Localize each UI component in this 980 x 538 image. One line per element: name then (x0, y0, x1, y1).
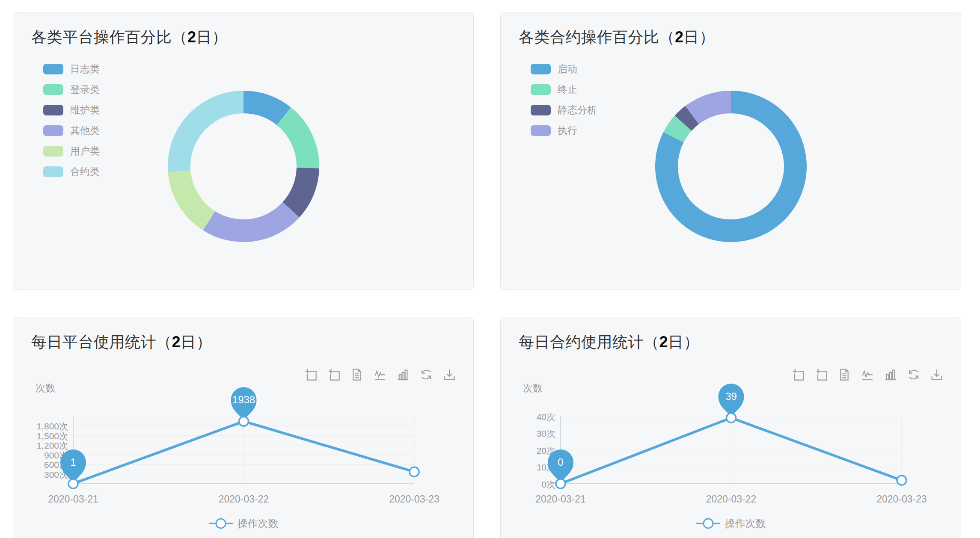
panel-daily-platform-usage: 每日平台使用统计（2日） 次数 300次600次900次1,200次1,500次… (13, 317, 474, 538)
data-point[interactable] (68, 479, 78, 488)
data-point[interactable] (239, 417, 249, 426)
line-series-marker-icon (696, 517, 721, 529)
x-tick-label: 2020-03-22 (706, 494, 757, 505)
data-point[interactable] (410, 467, 419, 476)
mark-pin-value: 1938 (232, 394, 255, 405)
y-tick-label: 1,500次 (36, 431, 68, 441)
data-point[interactable] (556, 479, 565, 488)
donut-chart-platform[interactable] (13, 12, 474, 290)
panel-contract-operations-pie: 各类合约操作百分比（2日） 启动终止静态分析执行 (500, 12, 961, 290)
x-tick-label: 2020-03-23 (389, 494, 440, 505)
series-legend-item[interactable]: 操作次数 (13, 517, 473, 530)
data-point[interactable] (727, 413, 736, 423)
panel-platform-operations-pie: 各类平台操作百分比（2日） 日志类登录类维护类其他类用户类合约类 (13, 12, 474, 290)
x-tick-label: 2020-03-23 (876, 494, 927, 505)
line-chart-contract[interactable]: 0次10次20次30次40次2020-03-212020-03-222020-0… (501, 317, 962, 538)
mark-pin-value: 39 (725, 390, 737, 402)
y-tick-label: 30次 (537, 429, 555, 438)
series-legend-label: 操作次数 (725, 517, 766, 530)
data-point[interactable] (897, 476, 906, 485)
pie-slice[interactable] (168, 170, 215, 230)
dashboard: 各类平台操作百分比（2日） 日志类登录类维护类其他类用户类合约类 各类合约操作百… (0, 0, 980, 538)
pie-slice[interactable] (168, 91, 244, 172)
y-tick-label: 1,800次 (36, 421, 68, 431)
y-tick-label: 0次 (541, 479, 555, 489)
x-tick-label: 2020-03-21 (535, 494, 586, 505)
line-series-marker-icon (208, 517, 233, 529)
x-tick-label: 2020-03-21 (48, 494, 98, 505)
y-tick-label: 1,200次 (36, 440, 68, 450)
panel-daily-contract-usage: 每日合约使用统计（2日） 次数 0次10次20次30次40次2020-03-21… (500, 317, 961, 538)
series-legend-label: 操作次数 (238, 517, 279, 530)
line-chart-platform[interactable]: 300次600次900次1,200次1,500次1,800次2020-03-21… (13, 317, 474, 538)
mark-pin-value: 1 (70, 456, 76, 468)
x-tick-label: 2020-03-22 (219, 494, 269, 505)
donut-chart-contract[interactable] (501, 12, 962, 290)
y-tick-label: 40次 (537, 412, 555, 422)
series-legend-item[interactable]: 操作次数 (501, 517, 961, 530)
pie-slice[interactable] (203, 202, 299, 242)
mark-pin-value: 0 (558, 456, 563, 468)
